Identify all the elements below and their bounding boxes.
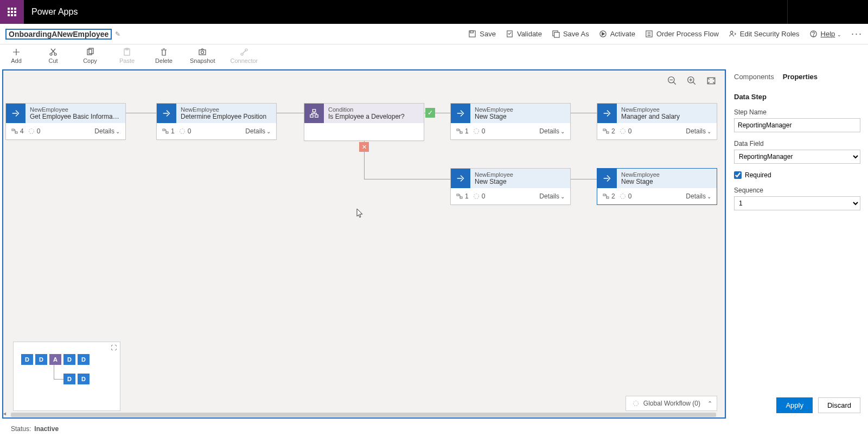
condition-false-icon: ✕: [359, 142, 369, 152]
svg-rect-30: [310, 115, 313, 118]
svg-rect-38: [457, 194, 459, 196]
stage-icon: [451, 169, 470, 188]
add-icon: [12, 48, 21, 56]
svg-point-37: [620, 129, 625, 134]
svg-point-7: [730, 31, 733, 34]
tab-components[interactable]: Components: [734, 73, 774, 83]
steps-count: 2: [603, 192, 615, 200]
condition-card[interactable]: Condition Is Employee a Developer?: [304, 103, 424, 141]
svg-point-18: [241, 53, 243, 55]
steps-count: 1: [456, 127, 469, 135]
chevron-down-icon: ⌄: [560, 128, 565, 134]
app-title: Power Apps: [31, 7, 78, 17]
svg-rect-4: [554, 33, 559, 37]
sequence-select[interactable]: 1: [734, 196, 860, 210]
step-name-input[interactable]: [734, 118, 860, 132]
order-flow-button[interactable]: Order Process Flow: [645, 30, 719, 38]
snapshot-icon: [198, 48, 207, 56]
paste-icon: [123, 48, 131, 56]
horizontal-scrollbar[interactable]: [2, 411, 725, 419]
activate-button[interactable]: Activate: [599, 30, 635, 38]
stage-icon: [6, 104, 25, 123]
stage-card[interactable]: NewEmployee Determine Employee Position …: [156, 103, 277, 140]
minimap-expand-icon[interactable]: ⛶: [111, 344, 117, 351]
details-toggle[interactable]: Details ⌄: [686, 192, 711, 200]
app-launcher[interactable]: [0, 0, 24, 24]
saveas-icon: [552, 30, 560, 38]
triggers-count: 0: [473, 192, 486, 200]
minimap[interactable]: ⛶ DDADD DD: [13, 342, 120, 411]
delete-icon: [159, 48, 168, 56]
details-toggle[interactable]: Details ⌄: [94, 127, 120, 135]
snapshot-button[interactable]: Snapshot: [190, 48, 215, 64]
triggers-count: 0: [620, 192, 632, 200]
svg-rect-35: [603, 129, 605, 131]
stage-card[interactable]: NewEmployee New Stage 1 0 Details ⌄: [450, 168, 571, 205]
edit-security-button[interactable]: Edit Security Roles: [729, 30, 800, 38]
svg-point-28: [180, 129, 184, 134]
zoom-in-icon[interactable]: [687, 76, 697, 86]
svg-point-9: [813, 36, 814, 36]
validate-button[interactable]: Validate: [506, 30, 542, 38]
svg-rect-31: [315, 115, 318, 118]
save-icon: [468, 30, 476, 38]
details-toggle[interactable]: Details ⌄: [686, 127, 711, 135]
stage-card-selected[interactable]: NewEmployee New Stage 2 0 Details ⌄: [597, 168, 717, 205]
stage-icon: [597, 169, 617, 188]
tab-properties[interactable]: Properties: [783, 73, 818, 83]
connector-line: [364, 179, 451, 179]
panel-section-title: Data Step: [734, 93, 860, 101]
title-bar: Power Apps: [0, 0, 868, 24]
help-button[interactable]: Help ⌄: [809, 30, 841, 38]
discard-button[interactable]: Discard: [818, 397, 860, 413]
connector-line: [571, 113, 597, 113]
details-toggle[interactable]: Details ⌄: [539, 192, 565, 200]
add-button[interactable]: Add: [5, 48, 27, 64]
svg-point-25: [29, 129, 34, 134]
svg-point-19: [245, 49, 247, 51]
steps-count: 1: [456, 192, 469, 200]
stage-card[interactable]: NewEmployee Manager and Salary 2 0 Detai…: [597, 103, 717, 140]
connector-line: [277, 113, 304, 113]
stage-card[interactable]: NewEmployee Get Employee Basic Informati…: [5, 103, 126, 140]
data-field-select[interactable]: ReportingManager: [734, 150, 860, 164]
triggers-count: 0: [179, 127, 192, 135]
save-button[interactable]: Save: [468, 30, 496, 38]
edit-name-icon[interactable]: ✎: [115, 30, 120, 38]
details-toggle[interactable]: Details ⌄: [245, 127, 271, 135]
stage-card[interactable]: NewEmployee New Stage 1 0 Details ⌄: [450, 103, 571, 140]
details-toggle[interactable]: Details ⌄: [539, 127, 565, 135]
help-icon: [809, 30, 818, 38]
steps-count: 2: [603, 127, 615, 135]
svg-rect-23: [12, 129, 14, 131]
steps-count: 4: [11, 127, 24, 135]
more-button[interactable]: ···: [851, 28, 863, 40]
copy-button[interactable]: Copy: [79, 48, 101, 64]
validate-icon: [506, 30, 514, 38]
fit-screen-icon[interactable]: [706, 76, 716, 86]
apply-button[interactable]: Apply: [776, 397, 813, 413]
cut-button[interactable]: Cut: [42, 48, 64, 64]
svg-rect-24: [15, 132, 17, 133]
designer-canvas[interactable]: ✓ ✕ NewEmployee Get Employee Basic Infor…: [2, 69, 726, 419]
steps-count: 1: [162, 127, 175, 135]
connector-line: [571, 179, 597, 179]
zoom-out-icon[interactable]: [667, 76, 677, 86]
copy-icon: [86, 48, 94, 56]
svg-point-40: [474, 194, 478, 199]
svg-point-11: [54, 53, 56, 55]
chevron-down-icon: ⌄: [266, 128, 271, 134]
svg-rect-29: [312, 110, 315, 112]
saveas-button[interactable]: Save As: [552, 30, 589, 38]
required-checkbox[interactable]: Required: [734, 171, 860, 179]
condition-true-icon: ✓: [425, 108, 435, 118]
chevron-down-icon: ⌄: [707, 128, 711, 134]
connector-button[interactable]: Connector: [230, 48, 258, 64]
paste-button[interactable]: Paste: [116, 48, 138, 64]
flow-name[interactable]: OnboardingANewEmployee: [5, 29, 112, 40]
svg-rect-33: [460, 132, 462, 133]
cut-icon: [49, 48, 58, 56]
activate-icon: [599, 30, 607, 38]
global-workflow-toggle[interactable]: Global Workflow (0) ⌃: [626, 396, 717, 411]
delete-button[interactable]: Delete: [153, 48, 175, 64]
